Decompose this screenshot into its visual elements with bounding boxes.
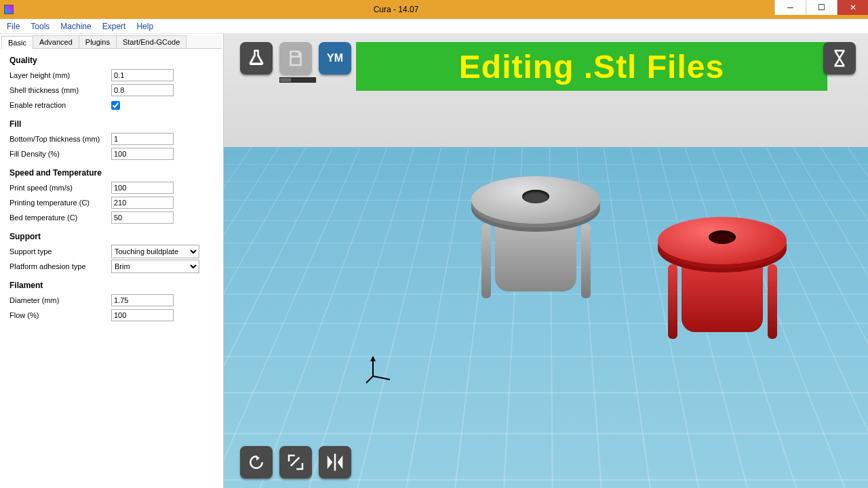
label-enable-retraction: Enable retraction bbox=[9, 101, 111, 109]
label-platform-adhesion: Platform adhesion type bbox=[9, 262, 111, 270]
checkbox-enable-retraction[interactable] bbox=[111, 101, 120, 110]
scale-icon bbox=[285, 452, 306, 472]
input-flow[interactable] bbox=[111, 309, 174, 321]
section-fill: Fill bbox=[9, 119, 216, 129]
origin-axes-icon bbox=[366, 356, 393, 386]
save-icon bbox=[285, 48, 306, 68]
window-controls: ─ ☐ ✕ bbox=[774, 0, 868, 19]
menu-machine[interactable]: Machine bbox=[55, 20, 96, 33]
label-printing-temp: Printing temperature (C) bbox=[9, 199, 111, 207]
tab-basic[interactable]: Basic bbox=[1, 36, 33, 49]
svg-line-0 bbox=[373, 376, 390, 380]
close-button[interactable]: ✕ bbox=[837, 0, 868, 15]
viewport-3d[interactable]: YM Editing .Stl Files bbox=[224, 34, 868, 488]
menu-help[interactable]: Help bbox=[131, 20, 159, 33]
input-diameter[interactable] bbox=[111, 294, 174, 306]
viewport-bottom-toolbar bbox=[240, 446, 351, 479]
rotate-button[interactable] bbox=[240, 446, 273, 479]
viewport-viewmode bbox=[823, 42, 856, 75]
model-object-1[interactable] bbox=[458, 169, 614, 325]
view-mode-button[interactable] bbox=[823, 42, 856, 75]
menu-tools[interactable]: Tools bbox=[25, 20, 55, 33]
load-model-button[interactable] bbox=[240, 42, 273, 75]
titlebar: Cura - 14.07 ─ ☐ ✕ bbox=[0, 0, 868, 19]
settings-tabs: Basic Advanced Plugins Start/End-GCode bbox=[1, 35, 222, 49]
label-support-type: Support type bbox=[9, 247, 111, 256]
label-layer-height: Layer height (mm) bbox=[9, 71, 111, 79]
select-platform-adhesion[interactable]: Brim bbox=[111, 260, 199, 273]
overlay-banner: Editing .Stl Files bbox=[356, 42, 827, 91]
minimize-button[interactable]: ─ bbox=[774, 0, 806, 15]
input-shell-thickness[interactable] bbox=[111, 84, 174, 96]
input-bed-temp[interactable] bbox=[111, 211, 174, 224]
ym-label: YM bbox=[327, 52, 343, 64]
section-support: Support bbox=[9, 232, 216, 241]
model-object-2[interactable] bbox=[644, 210, 800, 366]
label-flow: Flow (%) bbox=[9, 311, 111, 319]
label-diameter: Diameter (mm) bbox=[9, 296, 111, 304]
viewport-toolbar: YM bbox=[240, 42, 351, 75]
svg-marker-3 bbox=[370, 356, 376, 361]
section-quality: Quality bbox=[9, 56, 216, 65]
input-printing-temp[interactable] bbox=[111, 197, 174, 209]
hourglass-icon bbox=[829, 48, 850, 68]
mirror-button[interactable] bbox=[319, 446, 351, 479]
label-fill-density: Fill Density (%) bbox=[9, 150, 111, 158]
mirror-icon bbox=[325, 452, 345, 472]
label-print-speed: Print speed (mm/s) bbox=[9, 184, 111, 192]
flask-icon bbox=[246, 48, 267, 68]
window-title: Cura - 14.07 bbox=[18, 5, 774, 14]
scale-button[interactable] bbox=[279, 446, 312, 479]
label-shell-thickness: Shell thickness (mm) bbox=[9, 86, 111, 94]
svg-line-1 bbox=[366, 376, 373, 383]
tab-advanced[interactable]: Advanced bbox=[33, 35, 79, 48]
menubar: File Tools Machine Expert Help bbox=[0, 19, 868, 34]
menu-file[interactable]: File bbox=[1, 20, 25, 33]
section-filament: Filament bbox=[9, 281, 216, 290]
maximize-button[interactable]: ☐ bbox=[806, 0, 837, 15]
slice-progress bbox=[279, 77, 316, 83]
tab-plugins[interactable]: Plugins bbox=[79, 35, 117, 48]
rotate-icon bbox=[246, 452, 267, 472]
input-layer-height[interactable] bbox=[111, 69, 174, 81]
input-fill-density[interactable] bbox=[111, 148, 174, 160]
input-bottom-top[interactable] bbox=[111, 133, 174, 145]
input-print-speed[interactable] bbox=[111, 182, 174, 194]
label-bed-temp: Bed temperature (C) bbox=[9, 214, 111, 222]
save-toolpath-button[interactable] bbox=[279, 42, 312, 75]
section-speedtemp: Speed and Temperature bbox=[9, 168, 216, 178]
youmagine-button[interactable]: YM bbox=[319, 42, 351, 75]
app-icon bbox=[4, 5, 14, 14]
select-support-type[interactable]: Touching buildplate bbox=[111, 245, 199, 258]
settings-panel: Basic Advanced Plugins Start/End-GCode Q… bbox=[0, 34, 224, 488]
label-bottom-top: Bottom/Top thickness (mm) bbox=[9, 135, 111, 143]
menu-expert[interactable]: Expert bbox=[97, 20, 132, 33]
overlay-banner-text: Editing .Stl Files bbox=[459, 48, 724, 85]
tab-gcode[interactable]: Start/End-GCode bbox=[116, 35, 186, 48]
